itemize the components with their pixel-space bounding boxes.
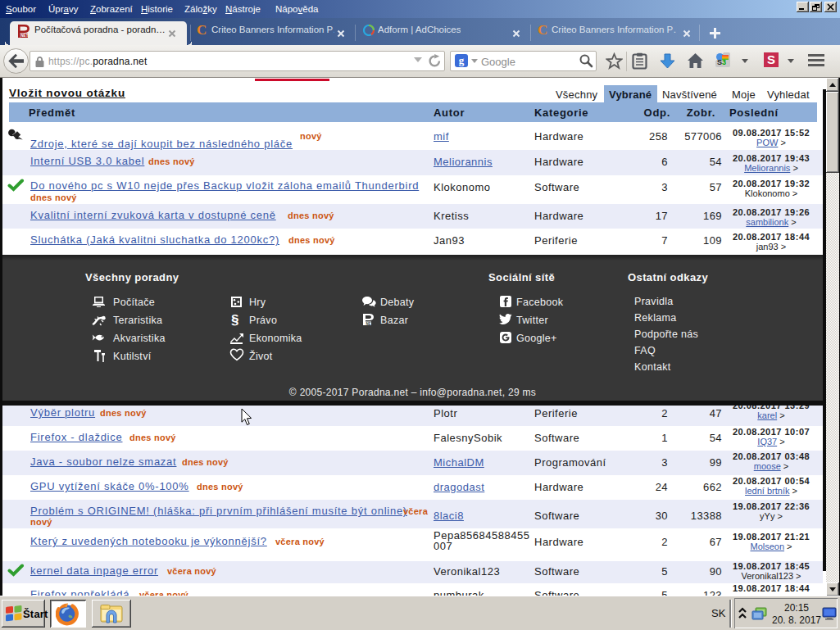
svg-text:NET: NET: [20, 34, 28, 38]
svg-text:NET: NET: [366, 322, 373, 326]
